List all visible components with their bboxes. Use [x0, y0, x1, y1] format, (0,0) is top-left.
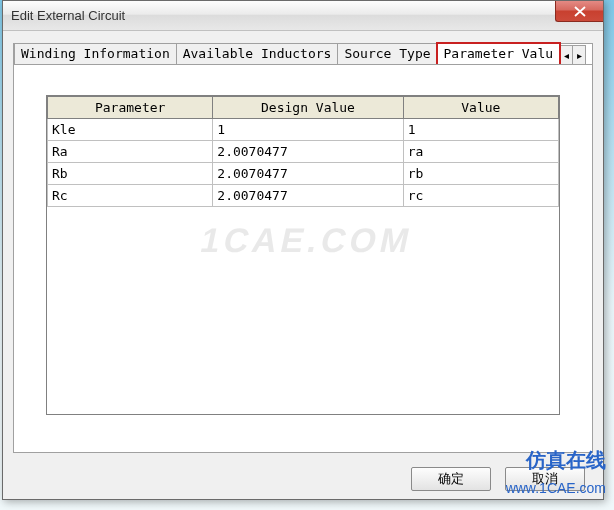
col-header-value[interactable]: Value — [403, 97, 558, 119]
chevron-left-icon: ◂ — [564, 50, 569, 61]
table-header-row: Parameter Design Value Value — [48, 97, 559, 119]
tabbar: Winding Information Available Inductors … — [14, 42, 592, 64]
tab-content: Parameter Design Value Value Kle 1 1 — [14, 64, 592, 452]
col-header-design-value[interactable]: Design Value — [213, 97, 403, 119]
dialog-title: Edit External Circuit — [3, 8, 125, 23]
cell-parameter[interactable]: Kle — [48, 119, 213, 141]
cell-design-value[interactable]: 2.0070477 — [213, 163, 403, 185]
table-row[interactable]: Rb 2.0070477 rb — [48, 163, 559, 185]
cell-value[interactable]: rb — [403, 163, 558, 185]
cell-value[interactable]: ra — [403, 141, 558, 163]
cancel-button[interactable]: 取消 — [505, 467, 585, 491]
cell-design-value[interactable]: 2.0070477 — [213, 185, 403, 207]
cell-parameter[interactable]: Rb — [48, 163, 213, 185]
parameter-grid: Parameter Design Value Value Kle 1 1 — [46, 95, 560, 415]
tabset: Winding Information Available Inductors … — [13, 43, 593, 453]
cell-parameter[interactable]: Ra — [48, 141, 213, 163]
table-row[interactable]: Rc 2.0070477 rc — [48, 185, 559, 207]
table-row[interactable]: Kle 1 1 — [48, 119, 559, 141]
ok-button[interactable]: 确定 — [411, 467, 491, 491]
tab-scroll-right-button[interactable]: ▸ — [572, 45, 586, 64]
tab-available-inductors[interactable]: Available Inductors — [176, 43, 339, 64]
dialog-button-row: 确定 取消 — [411, 467, 585, 491]
table-row[interactable]: Ra 2.0070477 ra — [48, 141, 559, 163]
tab-parameter-values[interactable]: Parameter Valu — [437, 43, 561, 64]
tab-winding-information[interactable]: Winding Information — [14, 43, 177, 64]
close-button[interactable] — [555, 1, 603, 22]
close-icon — [574, 6, 586, 17]
dialog-window: Edit External Circuit Winding Informatio… — [2, 0, 604, 500]
tab-source-type[interactable]: Source Type — [337, 43, 437, 64]
cell-design-value[interactable]: 1 — [213, 119, 403, 141]
tab-scroll-left-button[interactable]: ◂ — [559, 45, 573, 64]
titlebar: Edit External Circuit — [3, 1, 603, 31]
cell-value[interactable]: 1 — [403, 119, 558, 141]
dialog-body: Winding Information Available Inductors … — [3, 31, 603, 463]
col-header-parameter[interactable]: Parameter — [48, 97, 213, 119]
cell-parameter[interactable]: Rc — [48, 185, 213, 207]
parameter-table: Parameter Design Value Value Kle 1 1 — [47, 96, 559, 207]
chevron-right-icon: ▸ — [577, 50, 582, 61]
cell-value[interactable]: rc — [403, 185, 558, 207]
cell-design-value[interactable]: 2.0070477 — [213, 141, 403, 163]
